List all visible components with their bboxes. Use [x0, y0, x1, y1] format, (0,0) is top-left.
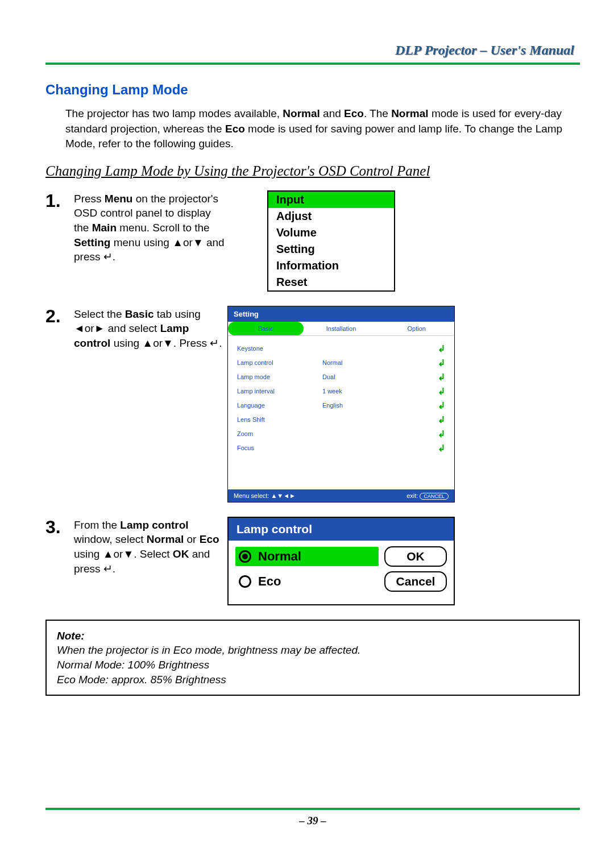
page-number: – 39 –: [45, 815, 580, 827]
label: Lamp interval: [237, 388, 322, 394]
panel-header: Setting: [228, 306, 454, 322]
header-title: DLP Projector – User's Manual: [45, 43, 580, 58]
dialog-header: Lamp control: [229, 518, 454, 541]
menu-item-volume: Volume: [268, 225, 394, 241]
enter-icon: ↲: [438, 414, 445, 425]
row-lamp-mode: Lamp modeDual↲: [237, 370, 445, 384]
exit-label: exit:: [406, 492, 418, 499]
menu-item-adjust: Adjust: [268, 208, 394, 225]
note-line: When the projector is in Eco mode, brigh…: [57, 643, 569, 658]
enter-icon: ↲: [438, 343, 445, 354]
option-label: Normal: [258, 549, 301, 564]
note-line: Eco Mode: approx. 85% Brightness: [57, 672, 569, 687]
text: Select the: [74, 308, 125, 320]
text: and: [320, 107, 344, 119]
enter-icon: ↲: [438, 443, 445, 454]
row-lamp-control: Lamp controlNormal↲: [237, 356, 445, 370]
footer-menu-select: Menu select: ▲▼◄►: [234, 492, 296, 499]
tab-bar: Basic Installation Option: [228, 322, 454, 336]
figure-2: Setting Basic Installation Option Keysto…: [227, 306, 580, 502]
row-language: LanguageEnglish↲: [237, 398, 445, 413]
text: or: [184, 533, 199, 545]
text: The projector has two lamp modes availab…: [65, 107, 283, 119]
step-number: 3.: [45, 517, 74, 536]
step-number: 2.: [45, 306, 74, 325]
cancel-button: Cancel: [384, 571, 447, 592]
figure-3: Lamp control Normal OK Eco: [227, 517, 580, 605]
section-title: Changing Lamp Mode: [45, 82, 580, 98]
rule-bottom: [45, 808, 580, 810]
figure-1: Input Adjust Volume Setting Information …: [227, 190, 580, 292]
option-row-normal: Normal OK: [235, 546, 447, 567]
value: 1 week: [322, 388, 438, 394]
menu-item-input: Input: [268, 192, 394, 208]
note-box: Note: When the projector is in Eco mode,…: [45, 620, 580, 696]
tab-installation: Installation: [304, 322, 379, 335]
step-text: From the Lamp control window, select Nor…: [74, 517, 227, 576]
enter-icon: ↲: [438, 429, 445, 439]
bold: Setting: [74, 236, 110, 248]
enter-icon: ↲: [438, 386, 445, 397]
label: Focus: [237, 445, 322, 451]
subsection-title: Changing Lamp Mode by Using the Projecto…: [45, 163, 580, 179]
row-keystone: Keystone↲: [237, 342, 445, 356]
step-1: 1. Press Menu on the projector's OSD con…: [45, 190, 580, 292]
bold: Eco: [200, 533, 219, 545]
menu-item-reset: Reset: [268, 274, 394, 290]
option-label: Eco: [258, 574, 281, 589]
enter-icon: ↲: [438, 372, 445, 383]
step-text: Press Menu on the projector's OSD contro…: [74, 190, 227, 264]
dialog-body: Normal OK Eco Cancel: [229, 541, 454, 604]
step-number: 1.: [45, 190, 74, 210]
option-row-eco: Eco Cancel: [235, 571, 447, 592]
text: From the: [74, 519, 120, 531]
bold-eco: Eco: [225, 123, 245, 135]
value: Normal: [322, 359, 438, 366]
rule-top: [45, 63, 580, 65]
tab-basic: Basic: [228, 322, 304, 335]
step-3: 3. From the Lamp control window, select …: [45, 517, 580, 605]
radio-icon: [239, 550, 251, 563]
ok-button: OK: [384, 546, 447, 567]
step-2: 2. Select the Basic tab using ◄or► and s…: [45, 306, 580, 502]
text: Press: [74, 193, 105, 205]
label: Language: [237, 402, 322, 409]
label: Zoom: [237, 430, 322, 437]
value: Dual: [322, 373, 438, 380]
note-label: Note:: [57, 629, 569, 643]
menu-item-information: Information: [268, 258, 394, 274]
bold: OK: [173, 548, 189, 560]
intro-paragraph: The projector has two lamp modes availab…: [65, 106, 580, 152]
text: window, select: [74, 533, 147, 545]
enter-icon: ↲: [438, 400, 445, 411]
enter-icon: ↲: [438, 358, 445, 368]
footer: – 39 –: [45, 808, 580, 827]
bold: Main: [92, 222, 117, 234]
step-text: Select the Basic tab using ◄or► and sele…: [74, 306, 227, 351]
option-eco: Eco: [235, 572, 379, 591]
row-focus: Focus↲: [237, 441, 445, 455]
bold: Normal: [147, 533, 184, 545]
footer-exit: exit: CANCEL: [406, 492, 449, 499]
cancel-pill: CANCEL: [420, 493, 449, 500]
option-normal: Normal: [235, 547, 379, 566]
text: menu. Scroll to the: [117, 222, 210, 234]
menu-item-setting: Setting: [268, 241, 394, 258]
bold: Menu: [105, 193, 133, 205]
osd-main-menu: Input Adjust Volume Setting Information …: [267, 190, 395, 292]
bold-normal: Normal: [283, 107, 320, 119]
row-lens-shift: Lens Shift↲: [237, 413, 445, 427]
text: . The: [364, 107, 391, 119]
row-lamp-interval: Lamp interval1 week↲: [237, 384, 445, 398]
value: English: [322, 402, 438, 409]
row-zoom: Zoom↲: [237, 427, 445, 441]
radio-icon: [239, 575, 251, 588]
bold-normal: Normal: [391, 107, 428, 119]
label: Keystone: [237, 345, 322, 352]
bold: Lamp control: [120, 519, 188, 531]
panel-footer: Menu select: ▲▼◄► exit: CANCEL: [228, 489, 454, 502]
osd-setting-panel: Setting Basic Installation Option Keysto…: [227, 306, 455, 502]
label: Lamp mode: [237, 373, 322, 380]
bold: Basic: [125, 308, 154, 320]
bold-eco: Eco: [344, 107, 364, 119]
